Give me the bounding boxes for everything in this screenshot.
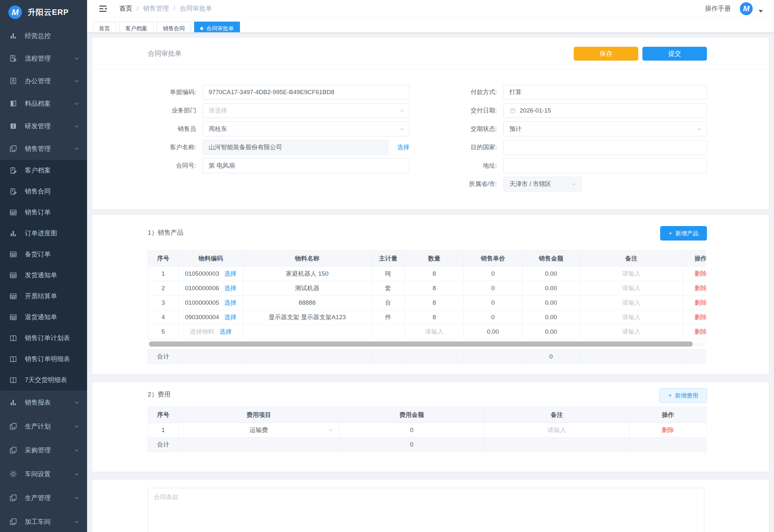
sidebar-item-invoice-settlement[interactable]: 开票结算单: [0, 286, 87, 307]
logo-row: M 升阳云ERP: [0, 0, 87, 25]
price-cell[interactable]: 0: [464, 310, 522, 325]
price-cell[interactable]: 0: [464, 267, 522, 281]
sidebar-item-materials-archive[interactable]: 料品档案: [0, 92, 87, 115]
sidebar-item-processing-workshop[interactable]: 加工车间: [0, 510, 87, 532]
breadcrumb-current: 合同审批单: [180, 4, 212, 13]
top-bar: 首页 / 销售管理 / 合同审批单 操作手册 M: [87, 0, 774, 17]
manual-link[interactable]: 操作手册: [705, 4, 731, 13]
address-input[interactable]: [503, 158, 707, 173]
salesperson-select[interactable]: 周桂东: [203, 122, 410, 136]
contract-no-input[interactable]: 第 电风扇: [203, 158, 410, 173]
delete-fee-link[interactable]: 删除: [662, 427, 674, 433]
sidebar-item-7day-delivery-detail[interactable]: 7天交货明细表: [0, 369, 87, 390]
remark-cell[interactable]: 请输入: [484, 423, 630, 438]
remark-cell[interactable]: 请输入: [580, 296, 683, 310]
province-city-label: 所属省/市:: [445, 180, 503, 188]
sidebar-item-sales-mgmt[interactable]: 销售管理: [0, 137, 87, 160]
add-fee-button[interactable]: + 新增费用: [660, 388, 707, 403]
sidebar-item-workshop-settings[interactable]: 车间设置: [0, 462, 87, 486]
sidebar-item-rnd-mgmt[interactable]: 研发管理: [0, 115, 87, 137]
table-icon: [9, 208, 18, 217]
sidebar-item-process-mgmt[interactable]: 流程管理: [0, 47, 87, 70]
doc-edit-icon: [9, 166, 18, 175]
product-row-5: 5 选择物料选择 请输入 0.00 0.00 请输入 删除: [148, 325, 707, 339]
qty-cell[interactable]: 请输入: [405, 325, 464, 339]
doc-code-input[interactable]: 9770CA17-3497-4DB2-995E-B49E9CF61BD8: [203, 85, 410, 100]
remark-cell[interactable]: 请输入: [580, 310, 683, 325]
sidebar-item-sales-order-plan[interactable]: 销售订单计划表: [0, 328, 87, 349]
sidebar-item-production-mgmt[interactable]: 生产管理: [0, 486, 87, 510]
sidebar: M 升阳云ERP 经营总控 流程管理 办公管理 料品档案 研发管理: [0, 0, 87, 532]
province-city-select[interactable]: 天津市 / 市辖区: [503, 177, 581, 192]
price-cell[interactable]: 0: [464, 296, 522, 310]
fee-item-select[interactable]: 运输费: [181, 423, 336, 437]
user-menu-caret-icon[interactable]: [759, 10, 763, 13]
remark-cell[interactable]: 请输入: [580, 267, 683, 281]
material-select-link[interactable]: 选择: [220, 328, 232, 336]
breadcrumb-home[interactable]: 首页: [119, 4, 132, 13]
sidebar-item-customer-archive[interactable]: 客户档案: [0, 160, 87, 181]
sidebar-item-order-progress-chart[interactable]: 订单进度图: [0, 223, 87, 244]
fee-amount-cell[interactable]: 0: [339, 423, 484, 438]
delete-row-link[interactable]: 删除: [695, 270, 707, 277]
material-select-link[interactable]: 选择: [224, 313, 236, 321]
tab-bar: 首页 客户档案 销售合同 合同审批单: [87, 17, 774, 32]
sidebar-item-label: 销售报表: [25, 398, 51, 407]
products-card: 1）销售产品 + 新增产品 序号 物料编码 物料名称 主计量 数量 销售单价: [92, 215, 769, 374]
sidebar-collapse-icon[interactable]: [98, 4, 108, 14]
sidebar-item-stock-order[interactable]: 备货订单: [0, 244, 87, 265]
customer-select-link[interactable]: 选择: [397, 143, 410, 152]
scrollbar-thumb[interactable]: [149, 341, 693, 347]
sidebar-item-purchase-mgmt[interactable]: 采购管理: [0, 438, 87, 462]
business-dept-select[interactable]: 请选择: [203, 103, 410, 118]
destination-country-input[interactable]: [503, 140, 707, 155]
delete-row-link[interactable]: 删除: [695, 328, 707, 335]
price-cell[interactable]: 0: [464, 281, 522, 296]
sidebar-item-label: 销售合同: [25, 187, 51, 196]
products-total-row: 合计 0: [148, 350, 707, 364]
delivery-date-input[interactable]: 2026-01-15: [503, 103, 707, 118]
contract-terms-textarea[interactable]: 合同条款: [148, 488, 704, 532]
sidebar-item-office-mgmt[interactable]: 办公管理: [0, 70, 87, 92]
qty-cell[interactable]: 8: [405, 267, 464, 281]
remark-cell[interactable]: 请输入: [580, 281, 683, 296]
sidebar-item-label: 经营总控: [25, 32, 51, 40]
add-product-button[interactable]: + 新增产品: [660, 226, 707, 241]
sidebar-item-sales-order[interactable]: 销售订单: [0, 202, 87, 223]
business-dept-label: 业务部门: [148, 106, 203, 115]
delivery-status-select[interactable]: 预计: [503, 122, 707, 136]
user-avatar[interactable]: M: [740, 2, 753, 15]
material-picker-placeholder[interactable]: 选择物料: [190, 328, 214, 336]
sidebar-item-label: 料品档案: [25, 99, 51, 108]
sidebar-item-sales-report[interactable]: 销售报表: [0, 390, 87, 414]
material-select-link[interactable]: 选择: [224, 299, 236, 307]
products-header-row: 序号 物料编码 物料名称 主计量 数量 销售单价 销售金额 备注 操作: [148, 251, 707, 267]
remark-cell[interactable]: 请输入: [580, 325, 683, 339]
qty-cell[interactable]: 8: [405, 310, 464, 325]
sidebar-item-production-plan[interactable]: 生产计划: [0, 414, 87, 438]
sidebar-item-sales-order-detail[interactable]: 销售订单明细表: [0, 349, 87, 369]
sidebar-item-delivery-notice[interactable]: 发货通知单: [0, 265, 87, 286]
delete-row-link[interactable]: 删除: [695, 285, 707, 291]
qty-cell[interactable]: 8: [405, 281, 464, 296]
customer-name-label: 客户名称:: [148, 143, 203, 152]
qty-cell[interactable]: 8: [405, 296, 464, 310]
payment-method-input[interactable]: 打算: [503, 85, 707, 100]
delete-row-link[interactable]: 删除: [695, 314, 707, 320]
price-cell[interactable]: 0.00: [464, 325, 522, 339]
col-action: 操作: [630, 407, 707, 423]
material-select-link[interactable]: 选择: [224, 270, 236, 278]
sidebar-item-return-notice[interactable]: 退货通知单: [0, 307, 87, 328]
save-button[interactable]: 保存: [574, 47, 638, 61]
material-select-link[interactable]: 选择: [224, 284, 236, 292]
breadcrumb-sales-mgmt[interactable]: 销售管理: [143, 4, 169, 13]
chevron-down-icon: [571, 182, 577, 187]
col-action: 操作: [683, 251, 707, 267]
products-table-clip: 序号 物料编码 物料名称 主计量 数量 销售单价 销售金额 备注 操作: [148, 250, 706, 339]
sidebar-item-sales-contract[interactable]: 销售合同: [0, 181, 87, 202]
form-header: 合同审批单 保存 提交: [92, 38, 769, 70]
delete-row-link[interactable]: 删除: [695, 299, 707, 306]
submit-button[interactable]: 提交: [642, 47, 707, 61]
sidebar-item-business-overview[interactable]: 经营总控: [0, 25, 87, 47]
destination-country-label: 目的国家:: [445, 143, 503, 152]
